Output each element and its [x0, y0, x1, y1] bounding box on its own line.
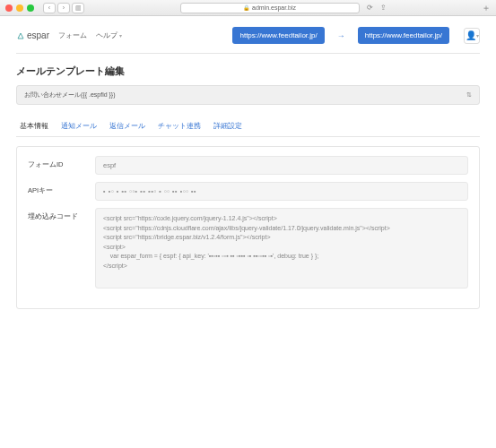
row-form-id: フォームID espf: [28, 156, 468, 175]
row-api-key: APIキー ▪ ▪▫ ▪ ▪▪ ▫▫▪ ▪▪ ▪▪▫ ▪ ▫▫ ▪▪ ▪▫▫ ▪…: [28, 182, 468, 201]
share-icon[interactable]: ⇪: [380, 4, 387, 12]
form-panel: フォームID espf APIキー ▪ ▪▫ ▪ ▪▪ ▫▫▪ ▪▪ ▪▪▫ ▪…: [16, 146, 480, 309]
back-button[interactable]: ‹: [43, 3, 56, 13]
label-form-id: フォームID: [28, 156, 95, 169]
zoom-window-icon[interactable]: [27, 4, 34, 12]
tabs: 基本情報 通知メール 返信メール チャット連携 詳細設定: [16, 116, 480, 137]
arrow-right-icon: →: [337, 31, 345, 40]
lock-icon: 🔒: [243, 4, 249, 11]
input-form-id[interactable]: espf: [95, 156, 468, 175]
brand-name: espar: [27, 30, 49, 40]
browser-nav-buttons: ‹ › ▥: [43, 3, 84, 13]
address-url: admin.espar.biz: [252, 4, 296, 11]
url-button-1[interactable]: https://www.feedtailor.jp/: [232, 27, 324, 44]
tab-notify[interactable]: 通知メール: [61, 116, 97, 136]
refresh-icon[interactable]: ⟳: [367, 4, 373, 12]
row-embed-code: 埋め込みコード <script src="https://code.jquery…: [28, 208, 468, 289]
minimize-window-icon[interactable]: [16, 4, 23, 12]
url-button-2[interactable]: https://www.feedtailor.jp/: [358, 27, 449, 44]
label-embed-code: 埋め込みコード: [28, 208, 95, 221]
template-select-label: お問い合わせメール({{ .espfid }}): [24, 90, 116, 99]
user-icon: 👤: [466, 30, 476, 40]
select-arrows-icon: ⇅: [466, 91, 472, 99]
tab-basic[interactable]: 基本情報: [20, 116, 48, 136]
page-title: メールテンプレート編集: [16, 65, 480, 78]
brand-logo[interactable]: espar: [16, 30, 49, 40]
nav-help[interactable]: ヘルプ ▾: [96, 30, 122, 40]
forward-button[interactable]: ›: [57, 3, 70, 13]
empty-space: [16, 309, 480, 448]
user-menu-button[interactable]: 👤▾: [464, 28, 480, 44]
app-header: espar フォーム ヘルプ ▾ https://www.feedtailor.…: [16, 27, 480, 54]
close-window-icon[interactable]: [5, 4, 13, 12]
input-api-key[interactable]: ▪ ▪▫ ▪ ▪▪ ▫▫▪ ▪▪ ▪▪▫ ▪ ▫▫ ▪▪ ▪▫▫ ▪▪: [95, 182, 468, 201]
espar-logo-icon: [16, 31, 25, 40]
new-tab-button[interactable]: ＋: [482, 2, 491, 14]
chevron-down-icon: ▾: [476, 32, 479, 39]
sidebar-button[interactable]: ▥: [72, 3, 84, 13]
tab-advanced[interactable]: 詳細設定: [213, 116, 242, 136]
tab-chat[interactable]: チャット連携: [158, 116, 201, 136]
label-api-key: APIキー: [28, 182, 95, 195]
template-select[interactable]: お問い合わせメール({{ .espfid }}) ⇅: [16, 85, 480, 105]
address-bar[interactable]: 🔒 admin.espar.biz: [180, 3, 360, 13]
tab-reply[interactable]: 返信メール: [109, 116, 145, 136]
textarea-embed-code[interactable]: <script src="https://code.jquery.com/jqu…: [95, 208, 468, 289]
traffic-lights: [5, 4, 34, 12]
window-titlebar: ‹ › ▥ 🔒 admin.espar.biz ⟳ ⇪ ＋: [0, 0, 496, 16]
chevron-down-icon: ▾: [119, 33, 122, 39]
nav-forms[interactable]: フォーム: [58, 30, 87, 40]
